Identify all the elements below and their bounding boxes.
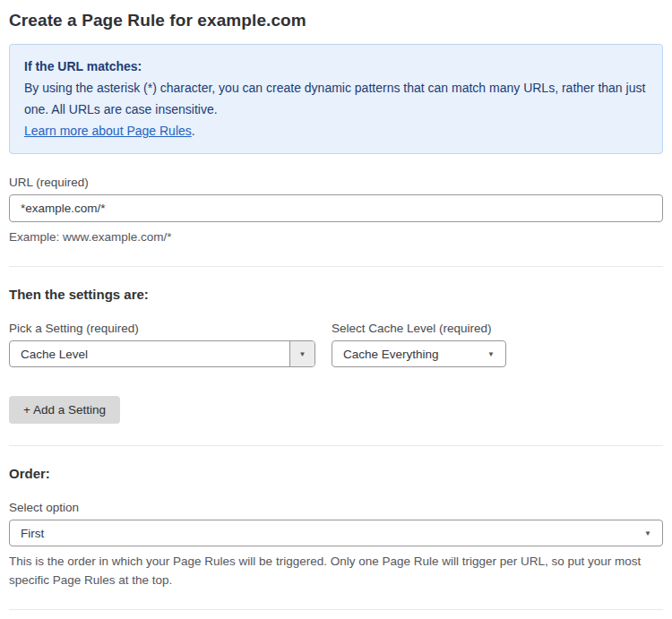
setting-picker-label: Pick a Setting (required) — [9, 322, 315, 335]
cache-level-select[interactable]: Cache Everything ▼ — [332, 340, 506, 367]
settings-row: Pick a Setting (required) Cache Level ▼ … — [9, 322, 663, 367]
link-suffix: . — [192, 124, 195, 138]
info-box-heading: If the URL matches: — [24, 56, 648, 77]
cache-level-select-value: Cache Everything — [332, 348, 477, 361]
order-select-label: Select option — [9, 501, 663, 514]
order-select[interactable]: First ▼ — [9, 520, 663, 546]
url-field-label: URL (required) — [9, 176, 663, 189]
divider — [9, 266, 663, 267]
cache-level-picker-label: Select Cache Level (required) — [332, 322, 506, 335]
setting-select[interactable]: Cache Level ▼ — [9, 340, 315, 367]
setting-select-value: Cache Level — [10, 348, 289, 361]
add-setting-button[interactable]: + Add a Setting — [9, 396, 120, 424]
divider — [9, 445, 663, 446]
page-title: Create a Page Rule for example.com — [9, 11, 663, 30]
url-field-hint: Example: www.example.com/* — [9, 228, 663, 246]
chevron-down-icon: ▼ — [477, 350, 505, 358]
cache-level-picker-group: Select Cache Level (required) Cache Ever… — [332, 322, 506, 367]
setting-picker-group: Pick a Setting (required) Cache Level ▼ — [9, 322, 315, 367]
chevron-down-icon[interactable]: ▼ — [289, 341, 314, 366]
chevron-down-icon: ▼ — [633, 529, 662, 537]
info-box-body: By using the asterisk (*) character, you… — [24, 77, 648, 120]
order-select-value: First — [10, 527, 633, 540]
settings-section-heading: Then the settings are: — [9, 287, 663, 302]
order-field-hint: This is the order in which your Page Rul… — [9, 552, 659, 589]
url-field-group: URL (required) Example: www.example.com/… — [9, 176, 663, 246]
info-box-link-line: Learn more about Page Rules. — [24, 120, 648, 142]
order-field-group: Select option First ▼ This is the order … — [9, 501, 663, 589]
divider — [9, 609, 663, 610]
learn-more-link[interactable]: Learn more about Page Rules — [24, 124, 192, 138]
url-match-info-box: If the URL matches: By using the asteris… — [9, 44, 663, 154]
order-section-heading: Order: — [9, 466, 663, 481]
url-input[interactable] — [9, 194, 663, 222]
page-rule-form: Create a Page Rule for example.com If th… — [0, 0, 672, 619]
